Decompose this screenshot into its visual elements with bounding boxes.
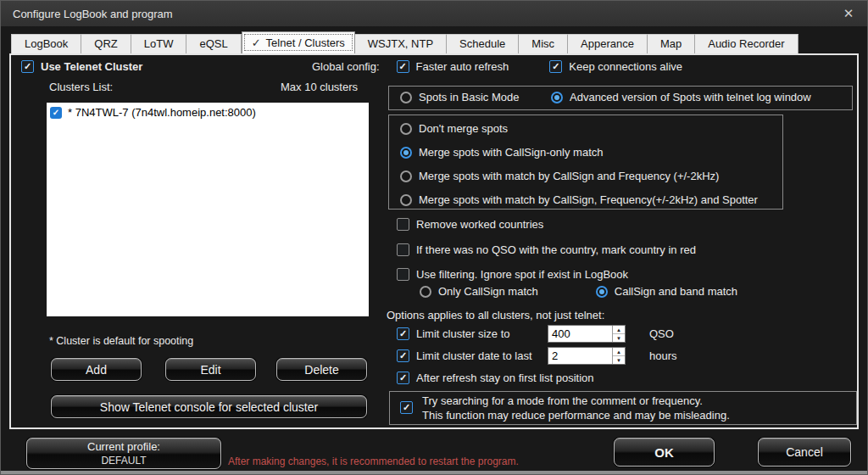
merge-callsign-freq-label: Merge spots with match by CallSign and F… bbox=[419, 170, 719, 182]
limit-date-value: 2 bbox=[548, 348, 612, 364]
clusters-list-label: Clusters List: bbox=[49, 81, 113, 93]
checkmark-icon: ✓ bbox=[398, 62, 406, 71]
use-filtering-row: ✓ Use filtering. Ignore spot if exist in… bbox=[397, 268, 628, 281]
limit-date-input[interactable]: 2 ▲ ▼ bbox=[548, 347, 626, 365]
limit-date-checkbox[interactable]: ✓ bbox=[397, 349, 409, 362]
tab-check-icon: ✓ bbox=[252, 36, 261, 49]
close-icon[interactable]: ✕ bbox=[838, 5, 859, 22]
limit-size-value: 400 bbox=[548, 326, 612, 342]
callsign-band-radio[interactable] bbox=[596, 286, 608, 298]
edit-button[interactable]: Edit bbox=[165, 358, 256, 381]
tab-misc[interactable]: Misc bbox=[519, 34, 568, 53]
spinner-up-icon[interactable]: ▲ bbox=[613, 348, 625, 356]
use-filtering-checkbox[interactable]: ✓ bbox=[397, 268, 409, 281]
try-mode-checkbox[interactable]: ✓ bbox=[400, 401, 413, 414]
spots-advanced-radio[interactable] bbox=[551, 92, 563, 103]
remove-worked-label: Remove worked countries bbox=[416, 218, 543, 231]
use-telnet-label: Use Telenet Cluster bbox=[41, 60, 142, 73]
merge-callsign-freq-spotter-label: Merge spots with match by CallSign, Freq… bbox=[419, 193, 758, 206]
window-title: Configure LogBook and program bbox=[13, 8, 173, 20]
spinner-up-icon[interactable]: ▲ bbox=[613, 326, 625, 334]
remove-worked-row: ✓ Remove worked countries bbox=[397, 218, 543, 231]
merge-callsign-freq-radio[interactable] bbox=[400, 170, 412, 182]
tab-bar: LogBook QRZ LoTW eQSL ✓ Telnet / Cluster… bbox=[11, 31, 798, 53]
try-mode-group: ✓ Try searching for a mode from the comm… bbox=[389, 391, 857, 425]
stay-first-label: After refresh stay on first list positio… bbox=[416, 372, 594, 384]
dont-merge-label: Don't merge spots bbox=[419, 122, 508, 135]
limit-date-stepper[interactable]: ▲ ▼ bbox=[612, 348, 625, 364]
list-item[interactable]: ✓ * 7N4TWL-7 (7n4twl.homeip.net:8000) bbox=[47, 103, 369, 119]
limit-size-unit: QSO bbox=[649, 327, 674, 340]
title-bar[interactable]: Configure LogBook and program bbox=[1, 1, 867, 26]
tab-apperance[interactable]: Apperance bbox=[568, 34, 648, 53]
faster-auto-refresh-label: Faster auto refresh bbox=[416, 60, 509, 73]
only-callsign-radio[interactable] bbox=[420, 286, 431, 298]
use-telnet-checkbox[interactable]: ✓ bbox=[21, 60, 34, 73]
checkmark-icon: ✓ bbox=[53, 108, 59, 117]
global-config-row: Global config: ✓ Faster auto refresh ✓ K… bbox=[312, 60, 682, 73]
current-profile-label: Current profile: bbox=[87, 440, 160, 454]
try-mode-checkbox-wrap: ✓ bbox=[400, 401, 413, 414]
merge-option-row: Merge spots with match by CallSign and F… bbox=[400, 170, 719, 182]
current-profile-button[interactable]: Current profile: DEFAULT bbox=[26, 438, 221, 469]
spots-basic-option: Spots in Basic Mode bbox=[400, 91, 520, 103]
merge-callsign-freq-spotter-radio[interactable] bbox=[400, 194, 412, 206]
tab-eqsl[interactable]: eQSL bbox=[186, 34, 241, 53]
no-qso-red-row: ✓ If there was no QSO with the country, … bbox=[397, 243, 696, 256]
limit-date-row: ✓ Limit cluster date to last bbox=[397, 349, 532, 362]
tab-telnet-clusters[interactable]: ✓ Telnet / Clusters bbox=[242, 31, 355, 53]
spinner-down-icon[interactable]: ▼ bbox=[613, 334, 625, 342]
tab-qrz[interactable]: QRZ bbox=[81, 34, 131, 53]
tab-audio-recorder[interactable]: Audio Recorder bbox=[695, 34, 798, 53]
options-applies-label: Options applies to all clusters, not jus… bbox=[387, 309, 604, 321]
limit-size-row: ✓ Limit cluster size to bbox=[397, 327, 510, 340]
delete-button[interactable]: Delete bbox=[276, 358, 367, 381]
configure-dialog: Configure LogBook and program ✕ LogBook … bbox=[0, 0, 868, 475]
try-mode-label: Try searching for a mode from the commen… bbox=[422, 394, 730, 422]
stay-first-row: ✓ After refresh stay on first list posit… bbox=[397, 372, 594, 384]
add-button[interactable]: Add bbox=[51, 358, 142, 381]
only-callsign-label: Only CallSign match bbox=[438, 285, 538, 298]
tab-logbook[interactable]: LogBook bbox=[11, 34, 81, 53]
merge-option-row: Don't merge spots bbox=[400, 122, 508, 135]
cluster-item-label: * 7N4TWL-7 (7n4twl.homeip.net:8000) bbox=[68, 106, 256, 119]
spots-mode-group: Spots in Basic Mode Advanced version of … bbox=[388, 86, 853, 110]
tab-wsjtx-ntp[interactable]: WSJTX, NTP bbox=[355, 34, 447, 53]
no-qso-red-label: If there was no QSO with the country, ma… bbox=[416, 243, 696, 256]
current-profile-value: DEFAULT bbox=[101, 455, 146, 467]
show-telnet-console-button[interactable]: Show Telenet console for selected cluste… bbox=[51, 395, 367, 418]
tab-map[interactable]: Map bbox=[648, 34, 695, 53]
cluster-item-checkbox[interactable]: ✓ bbox=[50, 107, 62, 119]
merge-spots-group: Don't merge spots Merge spots with CallS… bbox=[388, 115, 783, 210]
window-bottom-edge bbox=[1, 471, 867, 474]
limit-size-stepper[interactable]: ▲ ▼ bbox=[612, 326, 625, 342]
ok-button[interactable]: OK bbox=[614, 438, 715, 467]
spinner-down-icon[interactable]: ▼ bbox=[613, 356, 625, 364]
stay-first-checkbox[interactable]: ✓ bbox=[397, 372, 409, 384]
checkmark-icon: ✓ bbox=[399, 373, 407, 383]
limit-size-checkbox[interactable]: ✓ bbox=[397, 327, 409, 340]
tab-telnet-clusters-label: Telnet / Clusters bbox=[266, 36, 345, 49]
dont-merge-radio[interactable] bbox=[400, 123, 412, 135]
remove-worked-checkbox[interactable]: ✓ bbox=[397, 218, 409, 231]
keep-connections-alive-checkbox[interactable]: ✓ bbox=[549, 60, 562, 73]
merge-callsign-only-label: Merge spots with CallSign-only match bbox=[419, 146, 603, 159]
spots-basic-radio[interactable] bbox=[400, 92, 412, 103]
use-telnet-row: ✓ Use Telenet Cluster bbox=[21, 60, 142, 73]
limit-size-input[interactable]: 400 ▲ ▼ bbox=[548, 325, 626, 343]
global-config-label: Global config: bbox=[312, 60, 380, 73]
telnet-clusters-panel: ✓ Use Telenet Cluster Clusters List: Max… bbox=[9, 53, 859, 429]
keep-connections-alive-label: Keep connections alive bbox=[569, 60, 682, 73]
clusters-listbox[interactable]: ✓ * 7N4TWL-7 (7n4twl.homeip.net:8000) bbox=[47, 103, 369, 316]
cancel-button[interactable]: Cancel bbox=[758, 438, 851, 467]
tab-lotw[interactable]: LoTW bbox=[131, 34, 187, 53]
checkmark-icon: ✓ bbox=[552, 62, 559, 71]
default-cluster-note: * Cluster is default for spooting bbox=[49, 335, 193, 347]
spots-basic-label: Spots in Basic Mode bbox=[419, 91, 520, 103]
tab-schedule[interactable]: Schedule bbox=[447, 34, 519, 53]
faster-auto-refresh-checkbox[interactable]: ✓ bbox=[397, 60, 409, 73]
merge-callsign-only-radio[interactable] bbox=[400, 147, 412, 159]
no-qso-red-checkbox[interactable]: ✓ bbox=[397, 243, 409, 256]
checkmark-icon: ✓ bbox=[399, 329, 407, 338]
callsign-band-label: CallSign and band match bbox=[615, 285, 737, 298]
